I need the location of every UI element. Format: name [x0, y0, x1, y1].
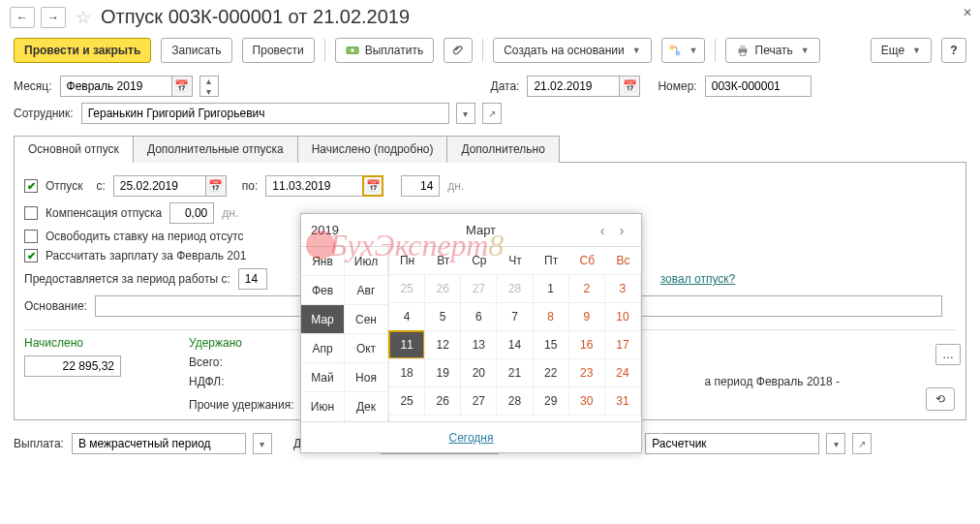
calendar-day[interactable]: 30	[568, 386, 605, 416]
employee-field[interactable]	[81, 103, 449, 124]
calendar-day[interactable]: 1	[533, 274, 569, 303]
calendar-day[interactable]: 18	[388, 358, 425, 387]
approver-open[interactable]: ↗	[852, 433, 872, 454]
calendar-day[interactable]: 8	[533, 302, 569, 331]
calendar-day[interactable]: 5	[424, 302, 461, 331]
calendar-day[interactable]: 27	[460, 386, 497, 416]
pay-button[interactable]: Выплатить	[335, 38, 435, 63]
calendar-day[interactable]: 27	[460, 274, 497, 303]
calendar-prev[interactable]: ‹	[593, 223, 612, 238]
calendar-day[interactable]: 10	[604, 302, 641, 331]
vacation-to-calendar[interactable]: 📅	[362, 175, 383, 197]
calendar-day[interactable]: 16	[568, 330, 605, 359]
date-calendar-button[interactable]: 📅	[619, 76, 640, 97]
calendar-today[interactable]: Сегодня	[449, 431, 494, 445]
doc-link-button[interactable]: ▼	[661, 38, 705, 63]
payment-field[interactable]	[72, 433, 246, 454]
calendar-day[interactable]: 25	[388, 386, 425, 416]
calendar-month-Янв[interactable]: Янв	[301, 247, 345, 276]
help-button[interactable]: ?	[941, 38, 966, 63]
calendar-day[interactable]: 24	[604, 358, 641, 387]
calendar-month-Сен[interactable]: Сен	[345, 305, 388, 334]
calendar-month-Ноя[interactable]: Ноя	[345, 363, 388, 392]
calendar-day[interactable]: 19	[424, 358, 461, 387]
calendar-day[interactable]: 14	[496, 330, 533, 359]
calendar-month-Дек[interactable]: Дек	[345, 392, 388, 421]
calc-salary-checkbox[interactable]	[24, 249, 38, 262]
employee-dropdown[interactable]: ▾	[456, 103, 475, 124]
period-from-field[interactable]	[238, 268, 267, 290]
calendar-month-Май[interactable]: Май	[301, 363, 345, 392]
calendar-day[interactable]: 21	[496, 358, 533, 387]
post-button[interactable]: Провести	[242, 38, 315, 63]
calendar-month-Июл[interactable]: Июл	[345, 247, 388, 276]
vacation-from-calendar[interactable]: 📅	[205, 175, 227, 197]
calendar-day[interactable]: 28	[496, 386, 533, 416]
calendar-year[interactable]: 2019	[311, 223, 369, 237]
more-button[interactable]: Еще▼	[871, 38, 932, 63]
calendar-day[interactable]: 12	[424, 330, 461, 359]
calendar-day[interactable]: 26	[424, 386, 461, 416]
tab-accrued-detail[interactable]: Начислено (подробно)	[297, 136, 448, 163]
calendar-month-Авг[interactable]: Авг	[345, 276, 388, 305]
tab-main-vacation[interactable]: Основной отпуск	[14, 136, 134, 163]
calendar-month-Окт[interactable]: Окт	[345, 334, 388, 363]
vacation-checkbox[interactable]	[24, 179, 38, 193]
calendar-day[interactable]: 7	[496, 302, 533, 331]
save-button[interactable]: Записать	[161, 38, 231, 63]
calendar-day[interactable]: 28	[496, 274, 533, 303]
calendar-day[interactable]: 2	[568, 274, 605, 303]
approver-dropdown[interactable]: ▾	[826, 433, 845, 454]
calendar-day[interactable]: 29	[533, 386, 569, 416]
calendar-day[interactable]: 9	[568, 302, 605, 331]
close-icon[interactable]: ✕	[963, 6, 972, 19]
accrued-value[interactable]	[24, 355, 121, 377]
vacation-to-field[interactable]	[265, 175, 362, 197]
create-based-button[interactable]: Создать на основании▼	[493, 38, 651, 63]
month-spin-up[interactable]: ▴▾	[199, 76, 219, 97]
to-label: по:	[242, 179, 259, 193]
forward-button[interactable]: →	[41, 7, 66, 28]
month-calendar-button[interactable]: 📅	[171, 76, 193, 97]
calendar-day[interactable]: 3	[604, 274, 641, 303]
vacation-from-field[interactable]	[113, 175, 205, 197]
calendar-day[interactable]: 25	[388, 274, 425, 303]
calendar-day[interactable]: 11	[388, 330, 425, 359]
tab-additional-vacations[interactable]: Дополнительные отпуска	[133, 136, 298, 163]
tab-extra[interactable]: Дополнительно	[446, 136, 559, 163]
calendar-day[interactable]: 20	[460, 358, 497, 387]
calendar-day[interactable]: 13	[460, 330, 497, 359]
compensation-checkbox[interactable]	[24, 206, 38, 220]
calendar-day[interactable]: 4	[388, 302, 425, 331]
calendar-month-Фев[interactable]: Фев	[301, 276, 345, 305]
calendar-day[interactable]: 6	[460, 302, 497, 331]
post-and-close-button[interactable]: Провести и закрыть	[14, 38, 151, 63]
employee-open[interactable]: ↗	[482, 103, 502, 124]
calendar-month-Мар[interactable]: Мар	[301, 305, 345, 334]
payment-dropdown[interactable]: ▾	[253, 433, 272, 454]
vacation-days-field[interactable]	[401, 175, 440, 197]
date-field[interactable]	[527, 76, 619, 97]
basis-more-button[interactable]: …	[935, 344, 961, 365]
calendar-day[interactable]: 26	[424, 274, 461, 303]
approver-field[interactable]	[645, 433, 819, 454]
calendar-next[interactable]: ›	[612, 223, 631, 238]
calendar-day[interactable]: 17	[604, 330, 641, 359]
number-field[interactable]	[705, 76, 812, 97]
back-button[interactable]: ←	[10, 7, 35, 28]
calendar-day[interactable]: 23	[568, 358, 605, 387]
attach-button[interactable]	[444, 38, 473, 63]
month-field[interactable]	[60, 76, 171, 97]
used-vacation-link[interactable]: зовал отпуск?	[660, 272, 735, 286]
calendar-month-Апр[interactable]: Апр	[301, 334, 345, 363]
favorite-star-icon[interactable]: ☆	[76, 7, 91, 28]
compensation-field[interactable]	[169, 202, 214, 224]
calendar-day[interactable]: 31	[604, 386, 641, 416]
refresh-button[interactable]: ⟲	[926, 387, 955, 411]
print-button[interactable]: Печать▼	[725, 38, 820, 63]
toolbar-divider	[324, 39, 325, 62]
calendar-month-Июн[interactable]: Июн	[301, 392, 345, 421]
release-checkbox[interactable]	[24, 230, 38, 243]
calendar-day[interactable]: 22	[533, 358, 569, 387]
calendar-day[interactable]: 15	[533, 330, 569, 359]
